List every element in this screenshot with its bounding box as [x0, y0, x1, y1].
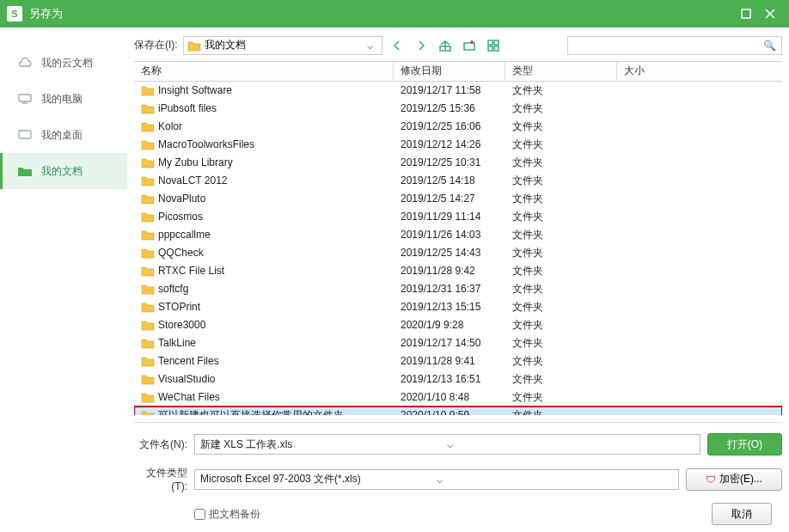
file-date: 2019/12/25 14:43: [394, 247, 505, 259]
table-row[interactable]: TalkLine2019/12/17 14:50文件夹: [134, 334, 782, 352]
sidebar-item-computer[interactable]: 我的电脑: [0, 81, 127, 117]
table-row[interactable]: My Zubu Library2019/12/25 10:31文件夹: [134, 154, 782, 172]
folder-icon: [141, 265, 155, 277]
file-date: 2019/11/28 9:41: [394, 355, 505, 367]
folder-icon: [141, 229, 155, 241]
file-name: VisualStudio: [158, 373, 216, 385]
file-date: 2020/1/10 9:59: [394, 409, 505, 415]
search-box[interactable]: 🔍: [567, 36, 782, 55]
file-name: iPubsoft files: [158, 102, 217, 114]
file-type: 文件夹: [505, 390, 617, 405]
filetype-value: Microsoft Excel 97-2003 文件(*.xls): [200, 472, 437, 486]
file-name: softcfg: [158, 283, 188, 295]
close-button[interactable]: [758, 2, 782, 26]
table-row[interactable]: 可以新建也可以直接选择你常用的文件夹2020/1/10 9:59文件夹: [134, 407, 782, 415]
backup-check-input[interactable]: [194, 509, 205, 520]
file-type: 文件夹: [505, 264, 617, 278]
file-name: My Zubu Library: [158, 156, 233, 168]
file-name: pppccallme: [158, 229, 211, 241]
svg-rect-1: [19, 95, 31, 101]
table-row[interactable]: Tencent Files2019/11/28 9:41文件夹: [134, 352, 782, 370]
table-row[interactable]: pppccallme2019/11/26 14:03文件夹: [134, 226, 782, 244]
table-row[interactable]: QQCheck2019/12/25 14:43文件夹: [134, 244, 782, 262]
file-type: 文件夹: [505, 318, 617, 333]
sidebar-item-label: 我的云文档: [41, 56, 93, 70]
table-row[interactable]: Store30002020/1/9 9:28文件夹: [134, 316, 782, 334]
folder-icon: [141, 174, 155, 187]
file-name: NovaLCT 2012: [158, 174, 228, 187]
location-dropdown[interactable]: 我的文档 ⌵: [183, 36, 382, 55]
up-button[interactable]: [436, 36, 455, 55]
table-row[interactable]: NovaLCT 20122019/12/5 14:18文件夹: [134, 172, 782, 190]
table-row[interactable]: RTXC File List2019/11/28 9:42文件夹: [134, 262, 782, 280]
col-name[interactable]: 名称: [134, 62, 394, 80]
search-icon: 🔍: [763, 40, 776, 52]
save-form: 文件名(N): 新建 XLS 工作表.xls ⌵ 打开(O) 文件类型(T): …: [127, 430, 789, 503]
svg-rect-8: [494, 46, 498, 51]
table-row[interactable]: iPubsoft files2019/12/5 15:36文件夹: [134, 100, 782, 118]
file-name: NovaPluto: [158, 193, 205, 205]
backup-checkbox[interactable]: 把文档备份: [194, 507, 260, 522]
file-date: 2019/12/31 16:37: [394, 283, 505, 295]
table-row[interactable]: STOPrint2019/12/13 15:15文件夹: [134, 298, 782, 316]
file-list[interactable]: Insight Software2019/12/17 11:58文件夹iPubs…: [134, 82, 782, 415]
table-row[interactable]: Insight Software2019/12/17 11:58文件夹: [134, 82, 782, 100]
file-type: 文件夹: [505, 354, 617, 369]
file-date: 2019/12/25 16:06: [394, 120, 505, 132]
svg-rect-6: [494, 40, 498, 45]
col-size[interactable]: 大小: [617, 62, 782, 80]
toolbar: 保存在(I): 我的文档 ⌵ 🔍: [127, 28, 789, 58]
file-date: 2019/11/28 9:42: [394, 265, 505, 277]
folder-icon: [141, 355, 155, 367]
file-type: 文件夹: [505, 408, 617, 415]
computer-icon: [17, 93, 33, 105]
filetype-select[interactable]: Microsoft Excel 97-2003 文件(*.xls) ⌵: [194, 469, 679, 490]
file-name: WeChat Files: [158, 391, 220, 403]
file-date: 2019/12/17 14:50: [394, 337, 505, 349]
folder-icon: [141, 247, 155, 259]
table-row[interactable]: softcfg2019/12/31 16:37文件夹: [134, 280, 782, 298]
svg-rect-4: [464, 43, 474, 50]
file-name: 可以新建也可以直接选择你常用的文件夹: [158, 408, 344, 415]
filename-input[interactable]: 新建 XLS 工作表.xls ⌵: [194, 434, 700, 455]
encrypt-button[interactable]: 🛡加密(E)...: [686, 468, 782, 491]
chevron-down-icon: ⌵: [363, 40, 378, 52]
file-name: STOPrint: [158, 301, 200, 313]
table-row[interactable]: Picosmos2019/11/29 11:14文件夹: [134, 208, 782, 226]
table-row[interactable]: VisualStudio2019/12/13 16:51文件夹: [134, 370, 782, 388]
sidebar-item-documents[interactable]: 我的文档: [0, 153, 127, 189]
file-name: Tencent Files: [158, 355, 219, 367]
folder-icon: [141, 301, 155, 313]
back-button[interactable]: [388, 36, 407, 55]
save-in-label: 保存在(I):: [134, 38, 178, 52]
table-row[interactable]: NovaPluto2019/12/5 14:27文件夹: [134, 190, 782, 208]
folder-icon: [17, 165, 33, 177]
table-row[interactable]: MacroToolworksFiles2019/12/12 14:26文件夹: [134, 136, 782, 154]
table-row[interactable]: WeChat Files2020/1/10 8:48文件夹: [134, 388, 782, 407]
file-type: 文件夹: [505, 156, 617, 170]
maximize-button[interactable]: [734, 2, 758, 26]
folder-icon: [141, 193, 155, 205]
svg-rect-2: [19, 131, 31, 138]
file-name: QQCheck: [158, 247, 204, 259]
folder-icon: [141, 391, 155, 403]
table-row[interactable]: Kolor2019/12/25 16:06文件夹: [134, 118, 782, 136]
new-folder-button[interactable]: [460, 36, 479, 55]
cancel-button[interactable]: 取消: [712, 503, 772, 525]
forward-button[interactable]: [412, 36, 431, 55]
view-button[interactable]: [484, 36, 503, 55]
search-input[interactable]: [573, 40, 763, 52]
open-button[interactable]: 打开(O): [707, 433, 782, 456]
file-name: Kolor: [158, 120, 182, 132]
sidebar-item-desktop[interactable]: 我的桌面: [0, 117, 127, 153]
folder-icon: [141, 319, 155, 331]
col-type[interactable]: 类型: [505, 62, 617, 80]
cloud-icon: [17, 57, 33, 69]
col-date[interactable]: 修改日期: [394, 62, 505, 80]
sidebar-item-cloud[interactable]: 我的云文档: [0, 45, 127, 81]
folder-icon: [141, 283, 155, 295]
file-name: Insight Software: [158, 84, 232, 96]
filename-label: 文件名(N):: [134, 437, 187, 452]
file-date: 2019/12/13 16:51: [394, 373, 505, 385]
sidebar-item-label: 我的文档: [41, 164, 83, 179]
